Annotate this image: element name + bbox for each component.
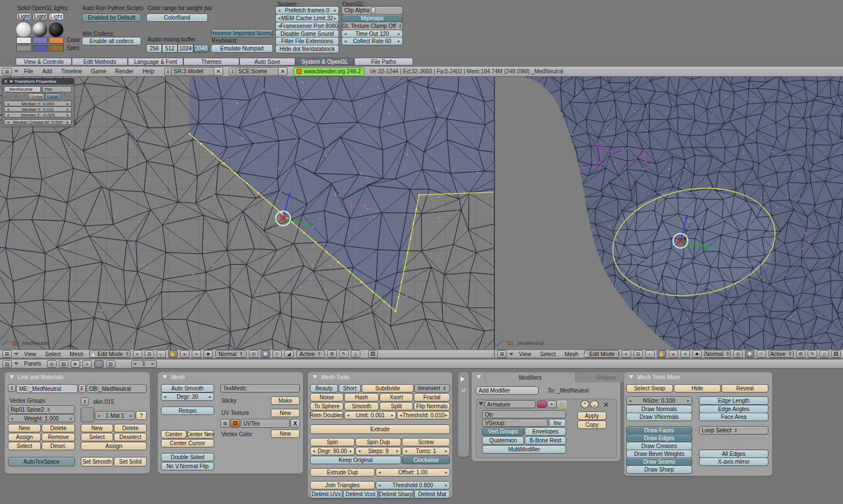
- loop-select-dropdown[interactable]: Loop Select: [699, 426, 768, 435]
- reveal-button[interactable]: Reveal: [721, 384, 768, 393]
- vpL-proportional-icon[interactable]: Ω: [145, 350, 154, 358]
- audio-512-button[interactable]: 512: [162, 44, 178, 53]
- keep-original-button[interactable]: Keep Original: [310, 456, 401, 464]
- tab-view-controls[interactable]: View & Controls: [16, 58, 72, 66]
- vgroup-inv-button[interactable]: Inv: [549, 419, 566, 427]
- armature-render-toggle-icon[interactable]: [537, 400, 546, 408]
- draw-normals-toggle[interactable]: Draw Normals: [626, 405, 692, 413]
- draw-seams-toggle[interactable]: Draw Seams: [626, 458, 692, 466]
- xaxis-mirror-toggle[interactable]: X-axis mirror: [699, 458, 768, 466]
- spin-button[interactable]: Spin: [310, 438, 355, 446]
- local-toggle[interactable]: Local: [45, 94, 61, 99]
- uv-texture-new-button[interactable]: New: [271, 409, 300, 417]
- draw-bevel-weights-toggle[interactable]: Draw Bevel Weights: [626, 450, 692, 458]
- material-index-stepper[interactable]: 1 Mat 1: [95, 411, 135, 420]
- smooth-button[interactable]: Smooth: [344, 402, 379, 410]
- extrude-dup-button[interactable]: Extrude Dup: [310, 468, 375, 477]
- vertex-color-new-button[interactable]: New: [271, 430, 300, 438]
- sticky-make-button[interactable]: Make: [271, 396, 300, 405]
- transform-parent-field[interactable]: Par:: [42, 86, 72, 92]
- beauty-button[interactable]: Beauty: [310, 384, 338, 393]
- uvtex-pin-icon[interactable]: ⊞: [220, 419, 230, 428]
- vpL-occlude-icon[interactable]: ✋: [168, 350, 178, 358]
- autorun-enabled-button[interactable]: Enabled by Default: [82, 13, 141, 22]
- vpR-render2-icon[interactable]: ✎: [808, 350, 817, 358]
- material-delete-button[interactable]: Delete: [114, 424, 147, 432]
- vpR-menu-view[interactable]: View: [516, 351, 535, 357]
- vpR-manipulator-icon[interactable]: ◎: [733, 350, 743, 358]
- all-edges-toggle[interactable]: All Edges: [699, 450, 768, 458]
- light3-spec-swatch[interactable]: [49, 45, 64, 52]
- draw-vnormals-toggle[interactable]: Draw VNormals: [626, 413, 692, 421]
- material-question-button[interactable]: ?: [136, 411, 147, 420]
- limit-stepper[interactable]: Limit: 0.001: [344, 411, 396, 419]
- vpR-translate-icon[interactable]: ✥: [745, 350, 754, 358]
- vpL-face-select-icon[interactable]: ▲: [180, 350, 189, 358]
- vpR-face-select-icon[interactable]: ▲: [669, 350, 678, 358]
- degr-stepper[interactable]: Degr: 30: [161, 393, 214, 401]
- vpL-mode-dropdown[interactable]: ▲Edit Mode: [89, 350, 131, 358]
- clip-alpha-slider[interactable]: Clip Alpha: 0: [341, 6, 403, 15]
- fake-user-button[interactable]: F: [78, 384, 86, 393]
- transform-panel-close-icon[interactable]: ✕: [4, 79, 8, 84]
- center-cursor-button[interactable]: Center Cursor: [161, 439, 214, 447]
- vpL-orientation-dropdown[interactable]: Normal: [215, 350, 247, 358]
- context-scene-icon[interactable]: ▥: [106, 360, 115, 368]
- menu-add[interactable]: Add: [39, 68, 55, 74]
- turns-stepper[interactable]: Turns: 1: [402, 447, 450, 455]
- select-swap-button[interactable]: Select Swap: [626, 384, 673, 393]
- light1-spec-swatch[interactable]: [16, 45, 31, 52]
- vpR-pivot-dropdown[interactable]: Active: [768, 350, 794, 358]
- double-sided-button[interactable]: Double Sided: [161, 453, 214, 461]
- screen-name-field[interactable]: SR:2-Model: [172, 67, 214, 76]
- context-shading-icon[interactable]: ●: [71, 360, 80, 368]
- vgroup-delete-button[interactable]: Delete: [41, 424, 75, 432]
- vpL-header-collapse-icon[interactable]: [14, 353, 18, 356]
- menu-timeline[interactable]: Timeline: [58, 68, 85, 74]
- clip-alpha-knob[interactable]: [371, 7, 376, 13]
- modifier-copy-button[interactable]: Copy: [577, 421, 606, 429]
- uvtex-delete-button[interactable]: X: [290, 419, 300, 428]
- audio-2048-button[interactable]: 2048: [193, 44, 209, 53]
- vpL-manipulator-icon[interactable]: ◎: [249, 350, 258, 358]
- colorband-button[interactable]: ColorBand: [146, 13, 208, 22]
- vgroup-new-button[interactable]: New: [8, 424, 41, 432]
- draw-faces-toggle[interactable]: Draw Faces: [626, 426, 692, 435]
- context-editing-icon[interactable]: □: [94, 360, 104, 368]
- vpL-pivot-dropdown[interactable]: Active: [296, 350, 325, 358]
- multimodifier-toggle[interactable]: MultiModifier: [482, 445, 566, 454]
- armature-move-down-button[interactable]: ⌄: [590, 400, 599, 408]
- collapsed-panel[interactable]: M: [458, 372, 469, 457]
- audio-256-button[interactable]: 256: [146, 44, 162, 53]
- hide-button[interactable]: Hide: [674, 384, 721, 393]
- vpR-menu-select[interactable]: Select: [537, 351, 559, 357]
- vpR-mode-dropdown[interactable]: ▲Edit Mode: [584, 350, 619, 358]
- armature-delete-icon[interactable]: ✕: [603, 401, 609, 409]
- buttons-editor-type-icon[interactable]: ▤: [2, 360, 12, 368]
- flip-normals-button[interactable]: Flip Normals: [414, 402, 450, 410]
- center-button[interactable]: Center: [161, 430, 187, 438]
- transform-panel-header[interactable]: ✕ Transform Properties: [2, 78, 74, 85]
- armature-realtime-toggle-icon[interactable]: +: [547, 400, 557, 408]
- mesh-tools-collapse-icon[interactable]: [313, 375, 317, 379]
- light2-spec-swatch[interactable]: [33, 45, 48, 52]
- menu-game[interactable]: Game: [87, 68, 109, 74]
- context-script-icon[interactable]: ▤: [59, 360, 68, 368]
- screw-button[interactable]: Screw: [402, 438, 450, 446]
- vpL-menu-view[interactable]: View: [21, 351, 40, 357]
- draw-sharp-toggle[interactable]: Draw Sharp: [626, 465, 692, 474]
- vpR-header-collapse-icon[interactable]: [509, 353, 513, 356]
- menu-help[interactable]: Help: [139, 68, 158, 74]
- bbone-rest-toggle[interactable]: B-Bone Rest: [525, 436, 566, 445]
- viewport-right[interactable]: (1) _MedNeutral: [495, 77, 843, 349]
- vpL-snap-icon[interactable]: ⌍: [156, 350, 166, 358]
- vpL-vertex-select-icon[interactable]: ■: [203, 350, 213, 358]
- audio-1024-button[interactable]: 1024: [178, 44, 193, 53]
- context-object-icon[interactable]: ⟂: [82, 360, 92, 368]
- autotexspace-button[interactable]: AutoTexSpace: [8, 457, 75, 466]
- link-panel-collapse-icon[interactable]: [10, 375, 14, 379]
- nsize-stepper[interactable]: NSize: 0.100: [626, 396, 692, 405]
- add-modifier-button[interactable]: Add Modifier: [476, 386, 539, 395]
- edge-length-toggle[interactable]: Edge Length: [699, 396, 768, 405]
- vpR-orientation-dropdown[interactable]: Normal: [704, 350, 731, 358]
